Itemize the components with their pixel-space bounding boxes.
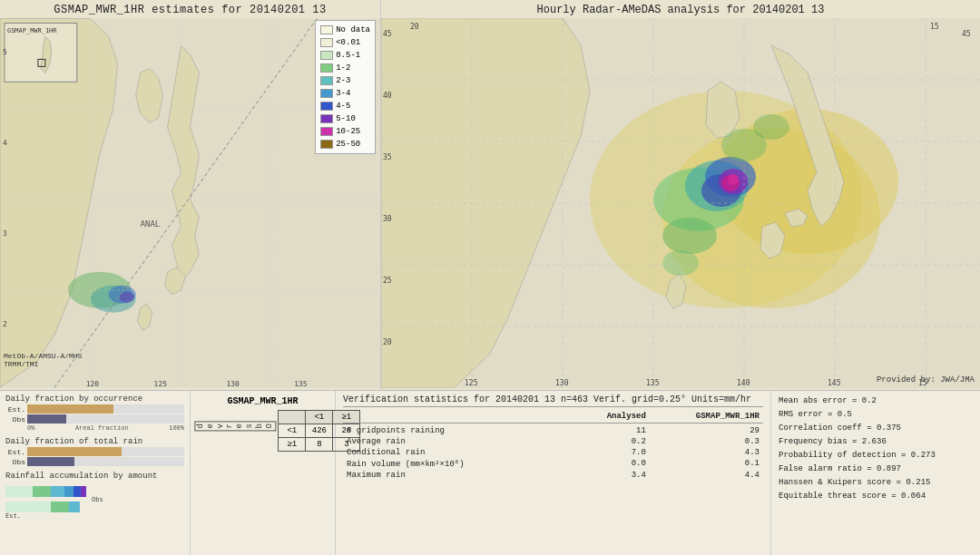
legend-color-25-50 xyxy=(320,140,333,149)
stat-prob-detection: Probability of detection = 0.273 xyxy=(779,449,973,462)
right-map-panel: Hourly Radar-AMeDAS analysis for 2014020… xyxy=(381,0,980,390)
svg-text:2: 2 xyxy=(3,320,7,328)
legend-lt001: <0.01 xyxy=(320,36,370,49)
svg-point-37 xyxy=(662,218,717,254)
observed-label: Observed xyxy=(194,421,276,431)
occurrence-obs-label: Obs xyxy=(5,415,25,424)
verif-table: Analysed GSMAP_MWR_1HR # gridpoints rain… xyxy=(343,411,763,481)
legend-color-10-25 xyxy=(320,127,333,136)
stat-false-alarm-ratio: False alarm ratio = 0.897 xyxy=(779,462,973,476)
verif-val-condrain-analysed: 7.0 xyxy=(575,447,650,458)
verif-val-maxrain-analysed: 3.4 xyxy=(575,470,650,481)
occurrence-obs-row: Obs xyxy=(5,414,184,424)
legend-label-3-4: 3-4 xyxy=(336,87,350,100)
svg-rect-71 xyxy=(74,486,81,497)
svg-text:Est.: Est. xyxy=(5,512,21,518)
legend-label-lt001: <0.01 xyxy=(336,36,360,49)
svg-text:ANAL: ANAL xyxy=(141,219,161,229)
verif-col-label-header xyxy=(343,411,575,424)
cont-col-lt1-header: <1 xyxy=(306,411,333,424)
svg-text:45: 45 xyxy=(962,30,971,38)
legend-label-2-3: 2-3 xyxy=(336,74,350,87)
total-rain-est-fill xyxy=(27,447,122,456)
total-rain-title: Daily fraction of total rain xyxy=(5,437,184,446)
verif-col-gsmap-header: GSMAP_MWR_1HR xyxy=(650,411,763,424)
maps-row: GSMAP_MWR_1HR estimates for 20140201 13 … xyxy=(0,0,980,390)
total-rain-obs-bar xyxy=(27,457,184,466)
svg-text:35: 35 xyxy=(383,153,392,161)
occurrence-obs-bar xyxy=(27,414,184,424)
left-map-panel: GSMAP_MWR_1HR estimates for 20140201 13 … xyxy=(0,0,381,390)
legend-label-10-25: 10-25 xyxy=(336,125,360,138)
verif-val-avgrain-gsmap: 0.3 xyxy=(650,436,763,447)
svg-point-38 xyxy=(662,250,699,276)
verif-title: Verification statistics for 20140201 13 … xyxy=(343,394,763,407)
verif-val-rainvol-analysed: 0.0 xyxy=(575,458,650,470)
legend-05-1: 0.5-1 xyxy=(320,49,370,62)
svg-text:30: 30 xyxy=(383,215,392,223)
svg-text:135: 135 xyxy=(294,380,308,388)
bottom-row: Daily fraction by occurrence Est. Obs xyxy=(0,390,980,555)
main-container: GSMAP_MWR_1HR estimates for 20140201 13 … xyxy=(0,0,980,555)
verif-val-gridpoints-gsmap: 29 xyxy=(650,425,763,436)
svg-text:40: 40 xyxy=(383,92,392,100)
left-map-title: GSMAP_MWR_1HR estimates for 20140201 13 xyxy=(0,0,380,18)
svg-point-36 xyxy=(728,174,739,185)
legend-10-25: 10-25 xyxy=(320,125,370,138)
stat-rms-error: RMS error = 0.5 xyxy=(779,408,973,422)
legend-label-4-5: 4-5 xyxy=(336,100,350,112)
right-map-title: Hourly Radar-AMeDAS analysis for 2014020… xyxy=(381,0,980,18)
axis-mid: Areal fraction xyxy=(75,424,129,432)
total-rain-obs-row: Obs xyxy=(5,457,184,466)
svg-text:3: 3 xyxy=(3,229,7,238)
svg-text:20: 20 xyxy=(383,338,392,346)
cont-cell-a: 426 xyxy=(306,424,333,438)
verif-area: Verification statistics for 20140201 13 … xyxy=(336,391,771,555)
svg-text:45: 45 xyxy=(383,30,392,38)
svg-text:130: 130 xyxy=(555,379,569,387)
legend-4-5: 4-5 xyxy=(320,100,370,112)
legend-color-2-3 xyxy=(320,76,333,85)
svg-text:125: 125 xyxy=(154,380,168,388)
legend-1-2: 1-2 xyxy=(320,62,370,74)
stat-hanssen-kuipers: Hanssen & Kuipers score = 0.215 xyxy=(779,476,973,490)
axis-left: 0% xyxy=(27,424,34,432)
contingency-area: GSMAP_MWR_1HR Observed <1 ≥1 <1 426 xyxy=(191,391,336,555)
legend-color-1-2 xyxy=(320,63,333,73)
occurrence-bar-chart: Est. Obs xyxy=(5,404,184,424)
legend-color-nodata xyxy=(320,25,333,34)
rainfall-title: Rainfall accumulation by amount xyxy=(5,472,184,481)
legend-nodata: No data xyxy=(320,24,370,36)
total-rain-obs-fill xyxy=(27,457,74,466)
svg-rect-73 xyxy=(5,501,51,512)
total-rain-section: Daily fraction of total rain Est. Obs xyxy=(5,437,184,466)
verif-row-avgrain: Average rain 0.2 0.3 xyxy=(343,436,763,447)
cont-row-lt1-header: <1 xyxy=(279,424,306,438)
verif-label-condrain: Conditional rain xyxy=(343,447,575,458)
legend-color-05-1 xyxy=(320,51,333,60)
svg-rect-67 xyxy=(5,486,33,497)
verif-val-condrain-gsmap: 4.3 xyxy=(650,447,763,458)
legend-color-3-4 xyxy=(320,89,333,98)
legend: No data <0.01 0.5-1 1-2 2-3 xyxy=(315,20,376,154)
occurrence-obs-fill xyxy=(27,414,66,424)
legend-color-lt001 xyxy=(320,38,333,47)
provided-label: Provided by: JWA/JMA xyxy=(877,375,975,385)
svg-text:25: 25 xyxy=(383,277,392,285)
verif-label-rainvol: Rain volume (mm×km²×10⁶) xyxy=(343,458,575,470)
svg-rect-69 xyxy=(51,486,64,497)
verif-row-maxrain: Maximum rain 3.4 4.4 xyxy=(343,470,763,481)
legend-color-4-5 xyxy=(320,102,333,111)
legend-2-3: 2-3 xyxy=(320,74,370,87)
occurrence-chart-section: Daily fraction by occurrence Est. Obs xyxy=(5,394,184,432)
verif-row-rainvol: Rain volume (mm×km²×10⁶) 0.0 0.1 xyxy=(343,458,763,470)
svg-text:140: 140 xyxy=(737,379,750,387)
stat-correlation: Correlation coeff = 0.375 xyxy=(779,422,973,435)
axis-right: 100% xyxy=(169,424,184,432)
verif-header-row: Analysed GSMAP_MWR_1HR xyxy=(343,411,763,424)
right-map-svg-container: 45 40 35 30 25 20 45 125 130 135 140 145… xyxy=(381,18,980,388)
legend-label-nodata: No data xyxy=(336,24,370,36)
verif-val-avgrain-analysed: 0.2 xyxy=(575,436,650,447)
svg-text:20: 20 xyxy=(410,23,419,31)
svg-text:120: 120 xyxy=(86,380,100,388)
